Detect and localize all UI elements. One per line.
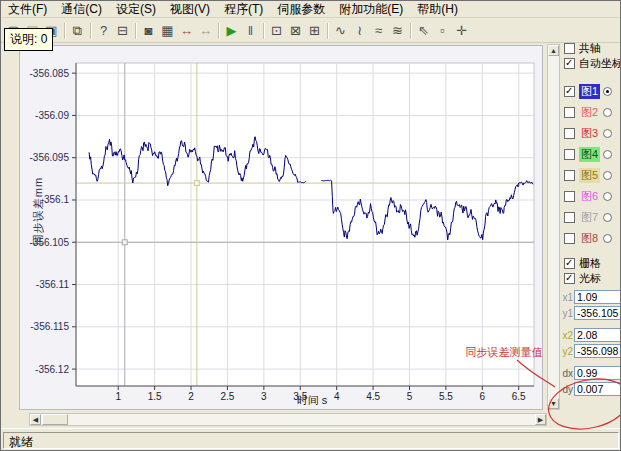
play-icon[interactable]: ▶ — [222, 21, 241, 40]
grid-checkbox[interactable] — [564, 258, 575, 269]
separator[interactable] — [87, 22, 94, 40]
wave-3-icon[interactable]: ≈ — [369, 21, 388, 40]
chart-area[interactable] — [19, 45, 543, 410]
select-rect-icon[interactable]: ▫ — [433, 21, 452, 40]
channel-label[interactable]: 图5 — [579, 168, 600, 183]
y-axis-title: 同步误差mm — [31, 168, 45, 254]
scroll-right-icon[interactable]: ▶ — [535, 414, 546, 425]
option-row: 光标 — [561, 271, 621, 285]
channel-label[interactable]: 图7 — [579, 210, 600, 225]
dy-field[interactable]: 0.007 — [574, 382, 621, 396]
wave-1-icon[interactable]: ∿ — [331, 21, 350, 40]
channel-label[interactable]: 图3 — [579, 126, 600, 141]
channel-1[interactable] — [564, 86, 575, 97]
channel-label[interactable]: 图1 — [579, 84, 600, 99]
channel-2[interactable] — [564, 107, 575, 118]
scroll-up-icon[interactable]: ▲ — [548, 45, 559, 56]
menu-servo-params[interactable]: 伺服参数 — [270, 1, 332, 18]
channel-radio[interactable] — [603, 87, 612, 96]
channel-row: 图3 — [561, 123, 621, 144]
option-label: 光标 — [579, 271, 601, 286]
scrollbar-thumb[interactable] — [42, 414, 68, 425]
cursor-field-row: y2 -356.098 — [561, 343, 621, 359]
option-label: 共轴 — [579, 41, 601, 56]
channel-label[interactable]: 图6 — [579, 189, 600, 204]
cursor-checkbox[interactable] — [564, 273, 575, 284]
y1-field[interactable]: -356.105 — [574, 306, 621, 320]
collapse-h-icon[interactable]: ↔ — [196, 21, 215, 40]
channel-4[interactable] — [564, 149, 575, 160]
y2-field[interactable]: -356.098 — [574, 344, 621, 358]
zoom-x-icon[interactable]: ⊠ — [286, 21, 305, 40]
print-icon[interactable]: ⊟ — [113, 21, 132, 40]
expand-h-icon[interactable]: ↔ — [177, 21, 196, 40]
pointer-icon[interactable]: ⇖ — [414, 21, 433, 40]
channel-radio[interactable] — [603, 171, 612, 180]
cursor-field-label: y2 — [561, 346, 573, 357]
cursor-field-label: x2 — [561, 330, 573, 341]
channel-label[interactable]: 图4 — [579, 147, 600, 162]
horizontal-scrollbar[interactable]: ◀ ▶ — [29, 413, 547, 426]
auto-coord-checkbox[interactable] — [564, 58, 575, 69]
channel-radio[interactable] — [603, 129, 612, 138]
channel-radio[interactable] — [603, 108, 612, 117]
film-icon[interactable]: ▦ — [158, 21, 177, 40]
channel-radio[interactable] — [603, 213, 612, 222]
menu-view[interactable]: 视图(V) — [163, 1, 217, 18]
menu-file[interactable]: 文件(F) — [1, 1, 54, 18]
channel-6[interactable] — [564, 191, 575, 202]
cursor-field-row: dx 0.99 — [561, 365, 621, 381]
channel-label[interactable]: 图2 — [579, 105, 600, 120]
menu-program[interactable]: 程序(T) — [217, 1, 270, 18]
menu-comm[interactable]: 通信(C) — [54, 1, 109, 18]
channel-8[interactable] — [564, 233, 575, 244]
channel-row: 图6 — [561, 186, 621, 207]
channel-3[interactable] — [564, 128, 575, 139]
x2-field[interactable]: 2.08 — [574, 328, 621, 342]
separator[interactable] — [324, 22, 331, 40]
pause-icon[interactable]: ‖ — [241, 21, 260, 40]
menu-settings[interactable]: 设定(S) — [109, 1, 163, 18]
option-row: 共轴 — [561, 41, 621, 55]
separator[interactable] — [132, 22, 139, 40]
vertical-scrollbar[interactable]: ▲ ▼ — [547, 44, 560, 410]
scroll-left-icon[interactable]: ◀ — [30, 414, 41, 425]
wave-4-icon[interactable]: ≋ — [388, 21, 407, 40]
copy-icon[interactable]: ⧉ — [68, 21, 87, 40]
axis-options: 共轴 自动坐标 — [561, 41, 621, 70]
common-axis-checkbox[interactable] — [564, 43, 575, 54]
channel-row: 图7 — [561, 207, 621, 228]
status-bar: 就绪 — [1, 428, 621, 450]
scroll-down-icon[interactable]: ▼ — [548, 398, 559, 409]
channel-7[interactable] — [564, 212, 575, 223]
separator[interactable] — [215, 22, 222, 40]
channel-radio[interactable] — [603, 234, 612, 243]
channel-radio[interactable] — [603, 150, 612, 159]
cursor-field-row: x2 2.08 — [561, 327, 621, 343]
channel-5[interactable] — [564, 170, 575, 181]
option-row: 栅格 — [561, 256, 621, 270]
cursor-field-label: y1 — [561, 308, 573, 319]
channel-radio[interactable] — [603, 192, 612, 201]
dx-field[interactable]: 0.99 — [574, 366, 621, 380]
wave-2-icon[interactable]: ≀ — [350, 21, 369, 40]
option-row: 自动坐标 — [561, 56, 621, 70]
menu-help[interactable]: 帮助(H) — [410, 1, 465, 18]
zoom-box-icon[interactable]: ⊡ — [267, 21, 286, 40]
pan-icon[interactable]: ✛ — [452, 21, 471, 40]
separator[interactable] — [61, 22, 68, 40]
menu-extras[interactable]: 附加功能(E) — [332, 1, 410, 18]
channel-label[interactable]: 图8 — [579, 231, 600, 246]
separator[interactable] — [407, 22, 414, 40]
x1-field[interactable]: 1.09 — [574, 290, 621, 304]
help-key-icon[interactable]: ? — [94, 21, 113, 40]
tooltip: 说明: 0 — [4, 28, 53, 51]
channel-row: 图5 — [561, 165, 621, 186]
display-options: 栅格 光标 — [561, 256, 621, 286]
cursor-field-row: dy 0.007 — [561, 381, 621, 397]
separator[interactable] — [260, 22, 267, 40]
zoom-y-icon[interactable]: ⊞ — [305, 21, 324, 40]
option-label: 栅格 — [579, 256, 601, 271]
app-window: { "menu": { "items": [ {"name":"menu-fil… — [0, 0, 621, 451]
record-disc-icon[interactable]: ◙ — [139, 21, 158, 40]
